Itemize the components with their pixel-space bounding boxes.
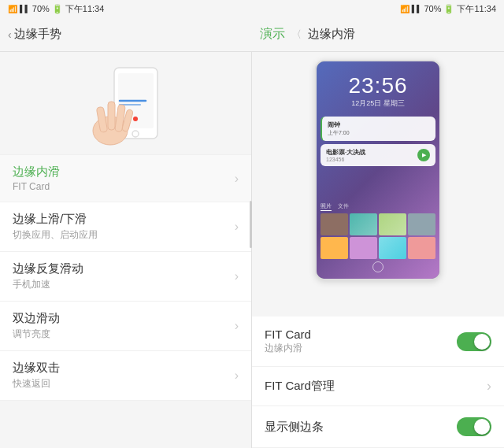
phone-notifs: 闹钟 上午7:00 电影票·大决战 123456 ▶ [321, 117, 435, 169]
notif-music: 电影票·大决战 123456 ▶ [321, 144, 435, 166]
status-bar-left: 📶 ▌▌ 70% 🔋 下午11:34 [0, 0, 252, 17]
phone-home-button [372, 261, 384, 272]
setting-show-sidebar[interactable]: 显示侧边条 [252, 406, 504, 448]
photo-cell-4 [321, 237, 348, 259]
svg-point-5 [133, 117, 138, 121]
phone-mockup: 23:56 12月25日 星期三 闹钟 上午7:00 电影票·大决战 12345… [315, 60, 441, 280]
menu-item-edge-inslide[interactable]: 边缘内滑 FIT Card › [0, 154, 251, 202]
wifi-icon-right: 📶 [400, 5, 410, 13]
photo-cell-2 [379, 213, 406, 235]
side-handle[interactable] [250, 201, 252, 248]
toggle-fit-card[interactable] [457, 332, 491, 351]
chevron-right-manage: › [487, 378, 491, 394]
menu-item-edge-repeat[interactable]: 边缘反复滑动 手机加速 › [0, 252, 251, 302]
battery-percent-right: 70% [424, 4, 441, 13]
svg-rect-8 [108, 102, 115, 130]
time-left: 下午11:34 [65, 3, 105, 15]
menu-list: 边缘内滑 FIT Card › 边缘上滑/下滑 切换应用、启动应用 › 边缘反复… [0, 154, 251, 401]
menu-item-double-slide[interactable]: 双边滑动 调节亮度 › [0, 302, 251, 351]
battery-percent-left: 70% [32, 4, 50, 13]
notif-alarm: 闹钟 上午7:00 [321, 117, 435, 141]
play-button[interactable]: ▶ [417, 149, 430, 161]
phone-screen: 23:56 12月25日 星期三 闹钟 上午7:00 电影票·大决战 12345… [317, 61, 439, 279]
gesture-illustration [0, 52, 251, 154]
battery-icon-right: 🔋 [443, 4, 454, 14]
wifi-icon: 📶 [8, 5, 17, 13]
time-right: 下午11:34 [457, 3, 496, 15]
photos-grid [321, 213, 435, 259]
nav-center-label: 演示 [260, 26, 285, 43]
chevron-right-icon-0: › [235, 172, 239, 186]
right-panel: 23:56 12月25日 星期三 闹钟 上午7:00 电影票·大决战 12345… [252, 52, 504, 448]
photo-cell-6 [379, 237, 406, 259]
left-nav-bar: ‹ 边缘手势 [0, 17, 252, 52]
photos-area: 照片 文件 [321, 202, 435, 259]
menu-item-edge-doubletap[interactable]: 边缘双击 快速返回 › [0, 351, 251, 401]
chevron-right-icon-3: › [235, 319, 239, 333]
photo-cell-0 [321, 213, 348, 235]
chevron-right-icon-4: › [235, 368, 239, 383]
menu-item-edge-updown[interactable]: 边缘上滑/下滑 切换应用、启动应用 › [0, 202, 251, 252]
nav-right-label: 边缘内滑 [308, 27, 355, 42]
photo-cell-1 [350, 213, 377, 235]
chevron-right-icon-1: › [235, 220, 239, 234]
settings-list: FIT Card 边缘内滑 FIT Card管理 › 显示侧边条 [252, 317, 504, 448]
phone-mockup-area: 23:56 12月25日 星期三 闹钟 上午7:00 电影票·大决战 12345… [252, 52, 504, 317]
phone-time: 23:56 12月25日 星期三 [317, 73, 439, 109]
signal-icon: ▌▌ [20, 5, 30, 13]
toggle-show-sidebar[interactable] [457, 417, 491, 436]
photo-cell-7 [408, 237, 435, 259]
setting-fit-card[interactable]: FIT Card 边缘内滑 [252, 317, 504, 367]
battery-icon-left: 🔋 [52, 4, 63, 14]
photo-cell-3 [408, 213, 435, 235]
photos-tabs: 照片 文件 [321, 202, 435, 211]
chevron-right-icon-2: › [235, 269, 239, 283]
left-panel: 边缘内滑 FIT Card › 边缘上滑/下滑 切换应用、启动应用 › 边缘反复… [0, 52, 252, 448]
chevron-left-icon: ‹ [8, 28, 12, 41]
signal-icon-right: ▌▌ [412, 5, 422, 13]
photo-cell-5 [350, 237, 377, 259]
setting-fit-card-manage[interactable]: FIT Card管理 › [252, 367, 504, 406]
status-bar-right: 📶 ▌▌ 70% 🔋 下午11:34 [252, 0, 504, 17]
back-button[interactable]: ‹ 边缘手势 [0, 27, 61, 42]
right-nav-bar: 演示 〈 边缘内滑 [252, 17, 504, 52]
nav-divider: 〈 [291, 28, 302, 42]
